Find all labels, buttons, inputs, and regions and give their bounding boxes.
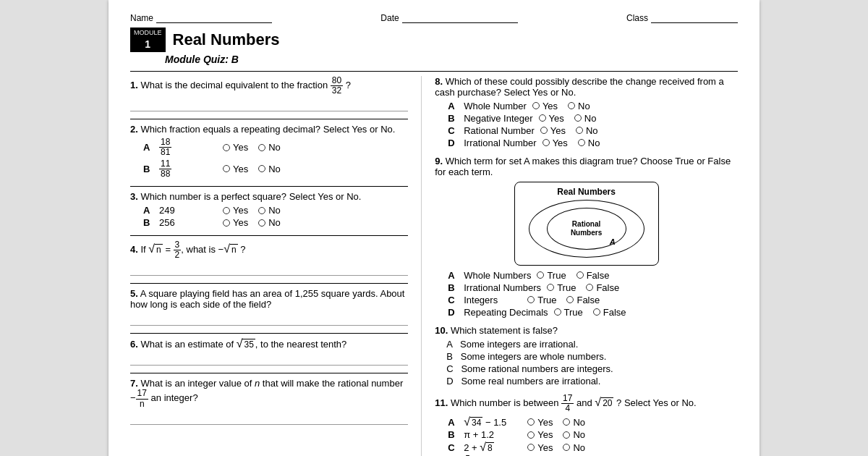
q10-option-a[interactable]: A Some integers are irrational. xyxy=(446,339,738,350)
q8-a-yes-radio[interactable] xyxy=(532,102,540,109)
q5-answer-line[interactable] xyxy=(130,314,408,326)
q11-a-no[interactable]: No xyxy=(563,417,585,428)
q9-c-true-radio[interactable] xyxy=(527,296,535,303)
q9-c-tf: True False xyxy=(527,295,600,305)
q11-b-no-radio[interactable] xyxy=(563,431,570,439)
q3-b-yes-radio[interactable] xyxy=(223,219,230,227)
q3-a-yes-radio[interactable] xyxy=(223,207,230,214)
q3-a-yes-label: Yes xyxy=(233,205,248,216)
q9-b-true-radio[interactable] xyxy=(547,284,554,291)
q3-a-no-radio[interactable] xyxy=(258,207,265,214)
q6-text: 6. What is an estimate of √35, to the ne… xyxy=(130,338,408,350)
q2-b-yes-radio[interactable] xyxy=(223,165,230,172)
q2-b-no-radio[interactable] xyxy=(258,165,265,172)
q3-b-no[interactable]: No xyxy=(258,217,281,228)
q8-c-yes[interactable]: Yes xyxy=(540,125,566,136)
q11-c-no[interactable]: No xyxy=(563,442,585,453)
q11-c-yes-radio[interactable] xyxy=(527,444,535,451)
q2-b-yes[interactable]: Yes xyxy=(223,164,248,174)
q9-d-false[interactable]: False xyxy=(593,307,626,318)
q9-b-false[interactable]: False xyxy=(586,282,619,293)
q8-a-no-radio[interactable] xyxy=(568,102,575,109)
q1-answer-line[interactable] xyxy=(130,100,408,111)
q11-option-c: C 2 + √8 Yes No xyxy=(448,442,738,453)
q3-b-yes[interactable]: Yes xyxy=(223,217,248,228)
q11-option-a: A √34 − 1.5 Yes No xyxy=(448,416,738,428)
q9-c-true[interactable]: True xyxy=(527,295,556,305)
q9-a-val: Whole Numbers xyxy=(464,270,531,281)
q4-answer-line[interactable] xyxy=(130,264,408,276)
q2-a-no[interactable]: No xyxy=(258,142,281,153)
q10-option-d[interactable]: D Some real numbers are irrational. xyxy=(446,376,738,387)
q3-b-no-radio[interactable] xyxy=(258,219,265,227)
q9-c-false[interactable]: False xyxy=(566,295,600,305)
q8-b-no[interactable]: No xyxy=(574,113,597,124)
q11-b-yes[interactable]: Yes xyxy=(527,429,553,440)
q9-c-false-radio[interactable] xyxy=(566,296,574,303)
q8-c-no-label: No xyxy=(586,125,598,136)
q8-d-no[interactable]: No xyxy=(578,138,600,148)
q3-a-yes[interactable]: Yes xyxy=(223,205,248,216)
q11-b-no[interactable]: No xyxy=(563,429,585,440)
q8-c-no[interactable]: No xyxy=(576,125,598,136)
q8-c-no-radio[interactable] xyxy=(576,127,583,134)
q9-b-true[interactable]: True xyxy=(547,282,576,293)
q11-a-yes-radio[interactable] xyxy=(527,418,535,426)
q8-b-no-radio[interactable] xyxy=(574,114,582,122)
q2-b-no[interactable]: No xyxy=(258,164,281,174)
q11-c-yes[interactable]: Yes xyxy=(527,442,553,453)
q8-a-label: A xyxy=(448,101,458,111)
q11-c-label: C xyxy=(448,442,458,453)
divider-3 xyxy=(130,235,408,236)
q10-option-b[interactable]: B Some integers are whole numbers. xyxy=(446,351,738,362)
q8-b-yes-radio[interactable] xyxy=(539,114,546,122)
q4-fraction: 32 xyxy=(174,240,182,260)
q2-a-yes-radio[interactable] xyxy=(223,144,230,151)
question-5: 5. A square playing field has an area of… xyxy=(130,288,408,326)
q9-a-true-radio[interactable] xyxy=(537,271,544,279)
class-input[interactable] xyxy=(651,13,738,23)
q9-d-false-radio[interactable] xyxy=(593,308,600,316)
q8-d-yes-no: Yes No xyxy=(542,138,600,148)
name-input[interactable] xyxy=(156,13,272,23)
date-field: Date xyxy=(380,13,517,23)
q8-a-yes[interactable]: Yes xyxy=(532,101,558,111)
q2-a-yes[interactable]: Yes xyxy=(223,142,248,153)
q7-answer-line[interactable] xyxy=(130,413,408,425)
q8-d-no-radio[interactable] xyxy=(578,139,585,146)
q8-a-no[interactable]: No xyxy=(568,101,590,111)
q11-a-no-radio[interactable] xyxy=(563,418,570,426)
q8-c-yes-radio[interactable] xyxy=(540,127,548,134)
q9-d-false-label: False xyxy=(603,307,626,318)
q2-b-no-label: No xyxy=(268,164,281,174)
q8-d-yes-radio[interactable] xyxy=(542,139,550,146)
q10-option-c[interactable]: C Some rational numbers are integers. xyxy=(446,363,738,374)
q11-option-b: B π + 1.2 Yes No xyxy=(448,429,738,440)
q8-d-yes[interactable]: Yes xyxy=(542,138,568,148)
q2-a-no-radio[interactable] xyxy=(258,144,265,151)
date-input[interactable] xyxy=(402,13,518,23)
q11-a-yes[interactable]: Yes xyxy=(527,417,553,428)
q9-c-val: Integers xyxy=(464,295,522,305)
q9-d-true[interactable]: True xyxy=(554,307,583,318)
q3-a-no[interactable]: No xyxy=(258,205,281,216)
q3-text: 3. Which number is a perfect square? Sel… xyxy=(130,191,408,202)
q6-answer-line[interactable] xyxy=(130,354,408,366)
q9-option-d: D Repeating Decimals True False xyxy=(448,307,738,318)
q9-a-true[interactable]: True xyxy=(537,270,566,281)
worksheet-page: Name Date Class MODULE 1 Real Numbers Mo… xyxy=(109,0,760,456)
module-num: 1 xyxy=(134,38,162,51)
q9-a-false-radio[interactable] xyxy=(576,271,584,279)
q11-a-label: A xyxy=(448,417,458,428)
q9-b-true-label: True xyxy=(557,282,576,293)
q9-b-false-radio[interactable] xyxy=(586,284,593,291)
q10-b-label: B xyxy=(446,351,458,362)
q8-b-yes[interactable]: Yes xyxy=(539,113,564,124)
q11-c-no-radio[interactable] xyxy=(563,444,570,451)
q9-a-false[interactable]: False xyxy=(576,270,610,281)
q11-b-yes-radio[interactable] xyxy=(527,431,535,439)
module-label: MODULE xyxy=(134,29,162,38)
right-column: 8. Which of these could possibly describ… xyxy=(422,76,738,456)
q9-d-true-radio[interactable] xyxy=(554,308,561,316)
q11-a-yes-label: Yes xyxy=(537,417,553,428)
